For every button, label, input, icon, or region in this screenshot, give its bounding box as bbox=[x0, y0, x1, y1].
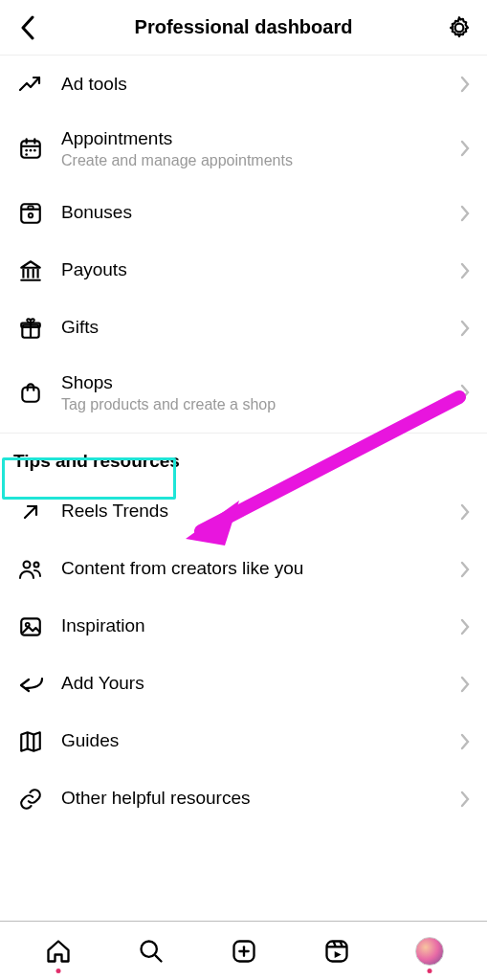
tab-search[interactable] bbox=[132, 932, 170, 970]
chevron-right-icon bbox=[460, 140, 470, 157]
trophy-icon bbox=[17, 200, 44, 227]
svg-line-32 bbox=[155, 955, 161, 961]
chevron-right-icon bbox=[460, 791, 470, 808]
chevron-right-icon bbox=[460, 676, 470, 693]
calendar-icon bbox=[17, 135, 44, 162]
tools-list: Ad tools Appointments Create and manage … bbox=[0, 56, 487, 429]
bank-icon bbox=[17, 257, 44, 284]
list-item-content-creators[interactable]: Content from creators like you bbox=[0, 541, 487, 598]
svg-point-6 bbox=[33, 149, 36, 152]
list-item-label: Content from creators like you bbox=[61, 558, 460, 580]
settings-button[interactable] bbox=[445, 15, 474, 40]
list-item-label: Payouts bbox=[61, 259, 460, 281]
notification-dot bbox=[427, 969, 432, 973]
reply-arrow-icon bbox=[17, 671, 44, 698]
map-icon bbox=[17, 728, 44, 755]
chevron-right-icon bbox=[460, 76, 470, 93]
svg-point-23 bbox=[24, 561, 31, 568]
link-icon bbox=[17, 786, 44, 813]
chevron-right-icon bbox=[460, 320, 470, 337]
chevron-right-icon bbox=[460, 384, 470, 401]
notification-dot bbox=[55, 969, 60, 973]
shop-bag-icon bbox=[17, 379, 44, 406]
list-item-label: Shops bbox=[61, 372, 460, 394]
list-item-label: Add Yours bbox=[61, 673, 460, 695]
svg-point-4 bbox=[25, 149, 28, 152]
section-header-tips: Tips and resources bbox=[0, 434, 487, 483]
reels-icon bbox=[323, 938, 350, 965]
svg-point-11 bbox=[29, 213, 33, 217]
tab-home[interactable] bbox=[39, 932, 77, 970]
svg-rect-21 bbox=[22, 388, 38, 402]
chevron-right-icon bbox=[460, 561, 470, 578]
plus-square-icon bbox=[231, 938, 257, 965]
tips-list: Reels Trends Content from creators like … bbox=[0, 483, 487, 828]
chevron-right-icon bbox=[460, 262, 470, 279]
list-item-subtext: Tag products and create a shop bbox=[61, 396, 460, 413]
avatar bbox=[415, 937, 444, 966]
svg-line-22 bbox=[25, 506, 36, 518]
list-item-label: Guides bbox=[61, 730, 460, 752]
svg-point-5 bbox=[30, 149, 33, 152]
list-item-reels-trends[interactable]: Reels Trends bbox=[0, 483, 487, 541]
image-icon bbox=[17, 613, 44, 640]
home-icon bbox=[45, 938, 72, 965]
svg-point-7 bbox=[25, 154, 28, 157]
trend-up-icon bbox=[17, 71, 44, 98]
chevron-right-icon bbox=[460, 618, 470, 635]
people-icon bbox=[17, 556, 44, 583]
chevron-left-icon bbox=[20, 15, 35, 40]
list-item-label: Ad tools bbox=[61, 74, 460, 96]
tab-reels[interactable] bbox=[318, 932, 356, 970]
list-item-label: Other helpful resources bbox=[61, 788, 460, 810]
arrow-up-right-icon bbox=[17, 499, 44, 525]
gift-icon bbox=[17, 315, 44, 342]
list-item-bonuses[interactable]: Bonuses bbox=[0, 185, 487, 242]
tab-profile[interactable] bbox=[410, 932, 449, 970]
list-item-label: Reels Trends bbox=[61, 501, 460, 523]
list-item-inspiration[interactable]: Inspiration bbox=[0, 598, 487, 656]
back-button[interactable] bbox=[13, 15, 42, 40]
tab-create[interactable] bbox=[225, 932, 263, 970]
svg-point-31 bbox=[141, 941, 156, 956]
header-bar: Professional dashboard bbox=[0, 0, 487, 56]
chevron-right-icon bbox=[460, 503, 470, 521]
chevron-right-icon bbox=[460, 205, 470, 222]
svg-rect-36 bbox=[326, 941, 346, 961]
list-item-label: Appointments bbox=[61, 128, 460, 150]
svg-point-24 bbox=[34, 562, 39, 567]
page-title: Professional dashboard bbox=[42, 16, 445, 38]
gear-icon bbox=[447, 15, 472, 40]
bottom-tab-bar bbox=[0, 921, 487, 980]
list-item-gifts[interactable]: Gifts bbox=[0, 300, 487, 357]
list-item-label: Inspiration bbox=[61, 615, 460, 637]
search-icon bbox=[138, 938, 165, 965]
list-item-payouts[interactable]: Payouts bbox=[0, 242, 487, 300]
list-item-appointments[interactable]: Appointments Create and manage appointme… bbox=[0, 113, 487, 185]
list-item-guides[interactable]: Guides bbox=[0, 713, 487, 770]
list-item-add-yours[interactable]: Add Yours bbox=[0, 656, 487, 713]
chevron-right-icon bbox=[460, 733, 470, 750]
list-item-label: Gifts bbox=[61, 317, 460, 339]
list-item-subtext: Create and manage appointments bbox=[61, 152, 460, 169]
list-item-other-resources[interactable]: Other helpful resources bbox=[0, 770, 487, 828]
list-item-shops[interactable]: Shops Tag products and create a shop bbox=[0, 357, 487, 429]
list-item-label: Bonuses bbox=[61, 202, 460, 224]
list-item-ad-tools[interactable]: Ad tools bbox=[0, 56, 487, 113]
svg-rect-10 bbox=[28, 206, 33, 209]
